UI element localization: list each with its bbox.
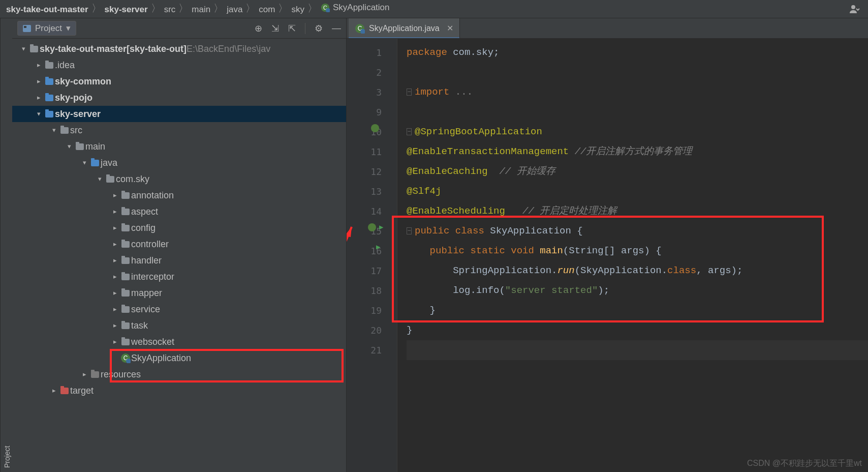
breadcrumb-item[interactable]: sky-server [105,5,148,15]
tree-row[interactable]: ▸ mapper [12,285,346,301]
tree-row[interactable]: ▾ sky-server [12,106,346,122]
breadcrumb-item[interactable]: sky-take-out-master [6,5,88,15]
tree-expand-arrow[interactable]: ▸ [110,317,120,334]
tree-expand-arrow[interactable]: ▸ [34,57,44,73]
tree-row[interactable]: ▸ aspect [12,203,346,220]
code-line[interactable]: SpringApplication.run(SkyApplication.cla… [407,261,868,281]
tree-expand-arrow[interactable]: ▾ [49,122,59,138]
code-editor[interactable]: package com.sky;−import ...−@SpringBootA… [397,39,868,472]
editor-gutter[interactable]: 1239101112131415161718192021 ▶ ▶ [347,39,397,472]
tree-expand-arrow[interactable]: ▸ [110,301,120,317]
line-number[interactable]: 20 [347,320,397,340]
tree-row[interactable]: ▸ controller [12,236,346,252]
tree-expand-arrow[interactable]: ▸ [34,73,44,90]
tree-expand-arrow[interactable]: ▾ [79,155,89,171]
code-line[interactable]: @Slf4j [407,182,868,201]
line-number[interactable]: 18 [347,281,397,301]
breadcrumb-item[interactable]: src [164,5,176,15]
line-number[interactable]: 9 [347,102,397,122]
tree-row[interactable]: C SkyApplication [12,350,346,366]
hide-panel-icon[interactable]: — [332,23,341,34]
tree-expand-arrow[interactable]: ▸ [110,187,120,203]
line-number[interactable]: 16 [347,241,397,261]
tree-row[interactable]: ▸ service [12,301,346,317]
tree-row[interactable]: ▸ sky-pojo [12,90,346,106]
tree-expand-arrow[interactable]: ▾ [34,106,44,122]
project-view-selector[interactable]: Project ▾ [17,21,76,36]
code-line[interactable]: @EnableCaching // 开始缓存 [407,162,868,182]
code-line[interactable] [407,102,868,122]
tree-expand-arrow[interactable]: ▾ [18,41,28,57]
tree-row[interactable]: ▾ com.sky [12,171,346,187]
tree-row[interactable]: ▸ handler [12,252,346,269]
tree-row[interactable]: ▸ sky-common [12,73,346,90]
tree-expand-arrow[interactable]: ▸ [49,382,59,399]
run-class-gutter-icon[interactable]: ▶ [379,223,383,231]
breadcrumb-item[interactable]: java [227,5,242,15]
line-number[interactable]: 3 [347,82,397,102]
line-number[interactable]: 21 [347,340,397,360]
run-main-gutter-icon[interactable]: ▶ [376,243,380,251]
tree-expand-arrow[interactable]: ▸ [110,236,120,252]
tree-expand-arrow[interactable]: ▾ [64,138,74,155]
code-line[interactable] [407,63,868,82]
code-line[interactable]: −@SpringBootApplication [407,122,868,142]
tree-row[interactable]: ▸ target [12,382,346,399]
spring-bean-gutter-icon[interactable] [371,124,379,132]
breadcrumb-item[interactable]: CSkyApplication [321,3,390,13]
tree-row[interactable]: ▸ config [12,220,346,236]
tree-row[interactable]: ▾ main [12,138,346,155]
tree-expand-arrow[interactable]: ▸ [79,366,89,382]
tree-row[interactable]: ▸ resources [12,366,346,382]
breadcrumb-item[interactable]: com [259,5,275,15]
tree-expand-arrow[interactable]: ▸ [34,90,44,106]
line-number[interactable]: 12 [347,162,397,182]
tree-row[interactable]: ▾ sky-take-out-master [sky-take-out] E:\… [12,41,346,57]
tree-row[interactable]: ▸ interceptor [12,269,346,285]
line-number[interactable]: 19 [347,301,397,320]
code-line[interactable]: log.info("server started"); [407,281,868,301]
code-line[interactable]: package com.sky; [407,43,868,63]
line-number[interactable]: 14 [347,201,397,221]
code-line[interactable]: @EnableScheduling // 开启定时处理注解 [407,201,868,221]
code-line[interactable]: @EnableTransactionManagement //开启注解方式的事务… [407,142,868,162]
line-number[interactable]: 13 [347,182,397,201]
spring-config-gutter-icon[interactable] [368,223,376,231]
tree-expand-arrow[interactable]: ▸ [110,252,120,269]
tree-expand-arrow[interactable]: ▸ [110,203,120,220]
code-line[interactable]: } [407,320,868,340]
editor-tab-skyapplication[interactable]: C SkyApplication.java ✕ [349,18,460,38]
tree-expand-arrow[interactable]: ▸ [110,285,120,301]
code-line[interactable]: } [407,301,868,320]
tree-expand-arrow[interactable]: ▸ [110,220,120,236]
code-line[interactable]: −public class SkyApplication { [407,221,868,241]
breadcrumb-item[interactable]: main [192,5,210,15]
tree-row[interactable]: ▾ src [12,122,346,138]
tree-expand-arrow[interactable]: ▾ [95,171,105,187]
tree-row[interactable]: ▸ websocket [12,334,346,350]
settings-gear-icon[interactable]: ⚙ [315,23,323,34]
fold-toggle-icon[interactable]: − [407,88,412,96]
select-opened-file-icon[interactable]: ⊕ [255,23,262,34]
fold-toggle-icon[interactable]: − [407,128,412,135]
line-number[interactable]: 2 [347,63,397,82]
line-number[interactable]: 17 [347,261,397,281]
code-line[interactable] [407,340,868,360]
project-tool-rail[interactable]: Project [0,18,12,472]
tree-expand-arrow[interactable]: ▸ [110,334,120,350]
breadcrumb-item[interactable]: sky [291,5,304,15]
code-line[interactable]: public static void main(String[] args) { [407,241,868,261]
tree-row[interactable]: ▸ .idea [12,57,346,73]
expand-all-icon[interactable]: ⇲ [271,23,279,34]
tree-row[interactable]: ▸ task [12,317,346,334]
collapse-all-icon[interactable]: ⇱ [288,23,296,34]
tree-expand-arrow[interactable]: ▸ [110,269,120,285]
tree-row[interactable]: ▸ annotation [12,187,346,203]
fold-toggle-icon[interactable]: − [407,227,412,234]
tree-row[interactable]: ▾ java [12,155,346,171]
code-line[interactable]: −import ... [407,82,868,102]
user-menu-icon[interactable] [848,3,862,15]
close-tab-icon[interactable]: ✕ [447,23,453,33]
line-number[interactable]: 1 [347,43,397,63]
line-number[interactable]: 11 [347,142,397,162]
